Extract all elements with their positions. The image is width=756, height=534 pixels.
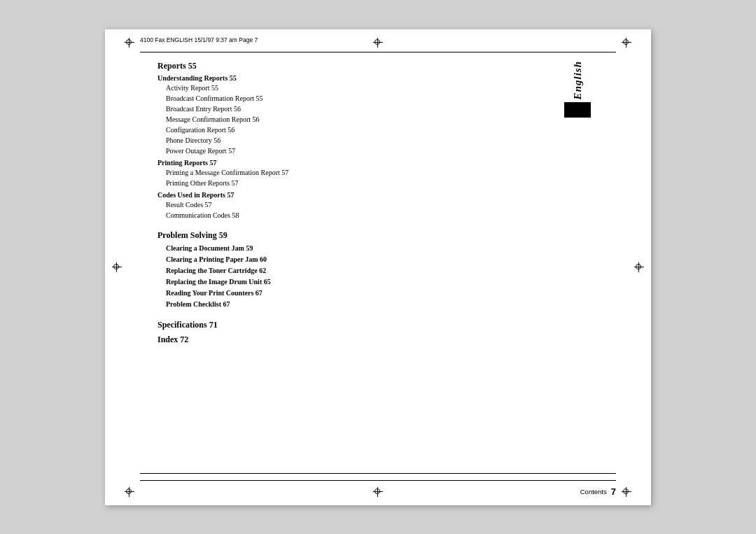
toc-item-phone-directory: Phone Directory 56 bbox=[158, 135, 522, 146]
toc-item-configuration: Configuration Report 56 bbox=[158, 125, 522, 135]
footer: Contents 7 bbox=[140, 486, 616, 497]
english-color-block bbox=[564, 102, 591, 118]
toc-item-broadcast-confirmation: Broadcast Confirmation Report 55 bbox=[158, 93, 522, 104]
printing-reports-heading: Printing Reports 57 bbox=[158, 159, 522, 167]
toc-item-printing-other-reports: Printing Other Reports 57 bbox=[158, 178, 522, 188]
toc-item-power-outage: Power Outage Report 57 bbox=[158, 146, 522, 156]
toc-item-problem-checklist: Problem Checklist 67 bbox=[158, 299, 522, 310]
toc-item-replacing-toner-cartridge: Replacing the Toner Cartridge 62 bbox=[158, 265, 522, 276]
footer-contents-label: Contents bbox=[580, 488, 607, 496]
footer-page-number: 7 bbox=[611, 486, 616, 497]
reg-mark-bottom-left bbox=[125, 487, 134, 497]
codes-used-heading: Codes Used in Reports 57 bbox=[158, 191, 522, 199]
reg-mark-mid-right bbox=[634, 262, 644, 272]
reg-mark-top-right bbox=[622, 38, 631, 48]
toc-item-clearing-document-jam: Clearing a Document Jam 59 bbox=[158, 243, 522, 254]
index-title: Index 72 bbox=[158, 335, 522, 345]
toc-item-message-confirmation: Message Confirmation Report 56 bbox=[158, 114, 522, 125]
toc-item-communication-codes: Communication Codes 58 bbox=[158, 210, 522, 220]
right-column: English bbox=[556, 61, 598, 118]
toc-item-clearing-printing-paper-jam: Clearing a Printing Paper Jam 60 bbox=[158, 254, 522, 265]
header-text: 4100 Fax ENGLISH 15/1/97 9:37 am Page 7 bbox=[140, 36, 258, 43]
reg-mark-top-left bbox=[125, 38, 134, 48]
left-column: Reports 55 Understanding Reports 55 Acti… bbox=[158, 61, 522, 347]
problem-solving-section: Problem Solving 59 Clearing a Document J… bbox=[158, 230, 522, 310]
toc-item-reading-print-counters: Reading Your Print Counters 67 bbox=[158, 288, 522, 299]
header: 4100 Fax ENGLISH 15/1/97 9:37 am Page 7 bbox=[140, 36, 616, 43]
toc-item-printing-message-confirmation: Printing a Message Confirmation Report 5… bbox=[158, 167, 522, 178]
reg-mark-mid-left bbox=[112, 262, 122, 272]
specifications-title: Specifications 71 bbox=[158, 320, 522, 330]
english-label: English bbox=[572, 61, 584, 99]
understanding-reports-heading: Understanding Reports 55 bbox=[158, 74, 522, 82]
toc-item-result-codes: Result Codes 57 bbox=[158, 199, 522, 210]
reg-mark-bottom-right bbox=[622, 487, 631, 497]
reports-title: Reports 55 bbox=[158, 61, 522, 71]
toc-item-activity-report: Activity Report 55 bbox=[158, 83, 522, 93]
toc-item-replacing-image-drum: Replacing the Image Drum Unit 65 bbox=[158, 276, 522, 288]
content-area: Reports 55 Understanding Reports 55 Acti… bbox=[158, 61, 598, 467]
toc-item-broadcast-entry: Broadcast Entry Report 56 bbox=[158, 104, 522, 114]
problem-solving-title: Problem Solving 59 bbox=[158, 230, 522, 241]
